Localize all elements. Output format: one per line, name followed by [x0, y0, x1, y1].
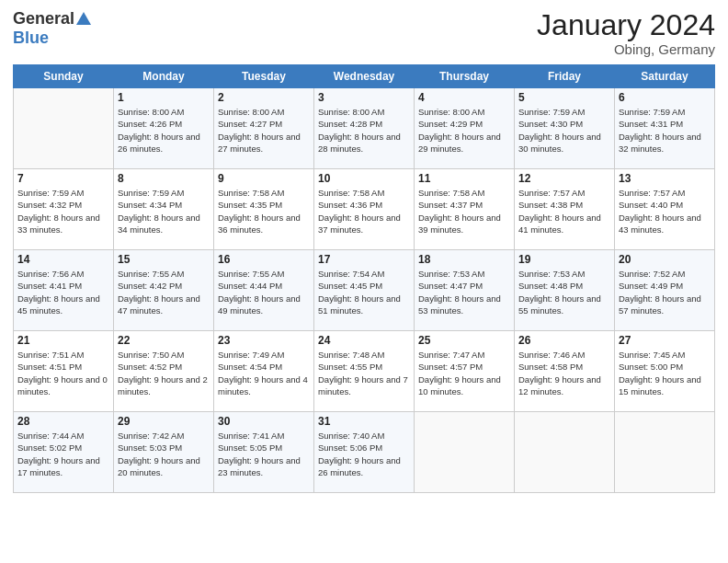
calendar-table: SundayMondayTuesdayWednesdayThursdayFrid…	[13, 64, 715, 493]
day-cell: 26Sunrise: 7:46 AMSunset: 4:58 PMDayligh…	[515, 331, 615, 412]
day-cell	[615, 412, 715, 493]
day-info: Sunrise: 7:55 AMSunset: 4:44 PMDaylight:…	[218, 268, 310, 316]
day-number: 29	[118, 415, 210, 428]
day-info: Sunrise: 7:51 AMSunset: 4:51 PMDaylight:…	[17, 349, 109, 397]
main-title: January 2024	[537, 9, 715, 41]
header-cell-sunday: Sunday	[14, 65, 114, 88]
day-info: Sunrise: 7:48 AMSunset: 4:55 PMDaylight:…	[318, 349, 410, 397]
header-cell-wednesday: Wednesday	[314, 65, 415, 88]
day-info: Sunrise: 7:55 AMSunset: 4:42 PMDaylight:…	[118, 268, 210, 316]
day-cell: 3Sunrise: 8:00 AMSunset: 4:28 PMDaylight…	[314, 88, 415, 169]
day-cell: 22Sunrise: 7:50 AMSunset: 4:52 PMDayligh…	[114, 331, 214, 412]
day-number: 16	[218, 253, 310, 266]
day-info: Sunrise: 7:52 AMSunset: 4:49 PMDaylight:…	[619, 268, 711, 316]
day-info: Sunrise: 8:00 AMSunset: 4:26 PMDaylight:…	[118, 106, 210, 155]
day-number: 28	[17, 415, 109, 428]
day-cell: 28Sunrise: 7:44 AMSunset: 5:02 PMDayligh…	[14, 412, 114, 493]
logo-triangle-icon	[75, 10, 92, 27]
day-info: Sunrise: 8:00 AMSunset: 4:28 PMDaylight:…	[318, 106, 410, 155]
day-info: Sunrise: 7:57 AMSunset: 4:38 PMDaylight:…	[518, 187, 610, 236]
day-cell: 23Sunrise: 7:49 AMSunset: 4:54 PMDayligh…	[214, 331, 314, 412]
subtitle: Obing, Germany	[537, 41, 715, 57]
day-number: 25	[418, 334, 510, 347]
page: General Blue January 2024 Obing, Germany…	[0, 0, 728, 563]
day-number: 4	[418, 91, 510, 104]
day-cell: 2Sunrise: 8:00 AMSunset: 4:27 PMDaylight…	[214, 88, 314, 169]
week-row-1: 1Sunrise: 8:00 AMSunset: 4:26 PMDaylight…	[14, 88, 715, 169]
day-info: Sunrise: 8:00 AMSunset: 4:27 PMDaylight:…	[218, 106, 310, 155]
day-number: 12	[518, 172, 610, 185]
day-info: Sunrise: 7:42 AMSunset: 5:03 PMDaylight:…	[118, 430, 210, 478]
day-cell: 25Sunrise: 7:47 AMSunset: 4:57 PMDayligh…	[415, 331, 515, 412]
day-info: Sunrise: 7:58 AMSunset: 4:37 PMDaylight:…	[418, 187, 510, 236]
day-info: Sunrise: 7:59 AMSunset: 4:34 PMDaylight:…	[118, 187, 210, 236]
day-cell: 1Sunrise: 8:00 AMSunset: 4:26 PMDaylight…	[114, 88, 214, 169]
title-block: January 2024 Obing, Germany	[537, 9, 715, 57]
day-info: Sunrise: 7:50 AMSunset: 4:52 PMDaylight:…	[118, 349, 210, 397]
week-row-5: 28Sunrise: 7:44 AMSunset: 5:02 PMDayligh…	[14, 412, 715, 493]
day-cell: 17Sunrise: 7:54 AMSunset: 4:45 PMDayligh…	[314, 250, 415, 331]
logo-blue-text: Blue	[13, 29, 49, 48]
logo-general-text: General	[13, 9, 74, 29]
day-number: 20	[619, 253, 711, 266]
day-number: 30	[218, 415, 310, 428]
day-cell	[515, 412, 615, 493]
day-number: 21	[17, 334, 109, 347]
day-number: 22	[118, 334, 210, 347]
day-number: 1	[118, 91, 210, 104]
day-number: 26	[518, 334, 610, 347]
day-cell: 27Sunrise: 7:45 AMSunset: 5:00 PMDayligh…	[615, 331, 715, 412]
day-cell	[14, 88, 114, 169]
day-number: 2	[218, 91, 310, 104]
day-cell: 7Sunrise: 7:59 AMSunset: 4:32 PMDaylight…	[14, 169, 114, 250]
header-cell-saturday: Saturday	[615, 65, 715, 88]
day-number: 5	[518, 91, 610, 104]
day-cell: 4Sunrise: 8:00 AMSunset: 4:29 PMDaylight…	[415, 88, 515, 169]
day-cell: 18Sunrise: 7:53 AMSunset: 4:47 PMDayligh…	[415, 250, 515, 331]
day-cell: 8Sunrise: 7:59 AMSunset: 4:34 PMDaylight…	[114, 169, 214, 250]
header-cell-tuesday: Tuesday	[214, 65, 314, 88]
day-info: Sunrise: 7:59 AMSunset: 4:31 PMDaylight:…	[619, 106, 711, 155]
day-number: 6	[619, 91, 711, 104]
day-number: 15	[118, 253, 210, 266]
header-cell-monday: Monday	[114, 65, 214, 88]
day-cell: 20Sunrise: 7:52 AMSunset: 4:49 PMDayligh…	[615, 250, 715, 331]
day-number: 7	[17, 172, 109, 185]
logo: General Blue	[13, 9, 92, 48]
day-cell: 31Sunrise: 7:40 AMSunset: 5:06 PMDayligh…	[314, 412, 415, 493]
day-cell: 24Sunrise: 7:48 AMSunset: 4:55 PMDayligh…	[314, 331, 415, 412]
day-cell: 29Sunrise: 7:42 AMSunset: 5:03 PMDayligh…	[114, 412, 214, 493]
day-cell: 5Sunrise: 7:59 AMSunset: 4:30 PMDaylight…	[515, 88, 615, 169]
day-info: Sunrise: 7:46 AMSunset: 4:58 PMDaylight:…	[518, 349, 610, 397]
day-info: Sunrise: 7:49 AMSunset: 4:54 PMDaylight:…	[218, 349, 310, 397]
day-cell: 12Sunrise: 7:57 AMSunset: 4:38 PMDayligh…	[515, 169, 615, 250]
calendar-body: 1Sunrise: 8:00 AMSunset: 4:26 PMDaylight…	[14, 88, 715, 493]
day-info: Sunrise: 7:53 AMSunset: 4:47 PMDaylight:…	[418, 268, 510, 316]
day-info: Sunrise: 7:58 AMSunset: 4:35 PMDaylight:…	[218, 187, 310, 236]
week-row-2: 7Sunrise: 7:59 AMSunset: 4:32 PMDaylight…	[14, 169, 715, 250]
day-number: 8	[118, 172, 210, 185]
day-cell: 19Sunrise: 7:53 AMSunset: 4:48 PMDayligh…	[515, 250, 615, 331]
day-cell: 13Sunrise: 7:57 AMSunset: 4:40 PMDayligh…	[615, 169, 715, 250]
day-number: 17	[318, 253, 410, 266]
day-number: 13	[619, 172, 711, 185]
day-info: Sunrise: 7:59 AMSunset: 4:32 PMDaylight:…	[17, 187, 109, 236]
day-info: Sunrise: 7:41 AMSunset: 5:05 PMDaylight:…	[218, 430, 310, 478]
day-info: Sunrise: 7:40 AMSunset: 5:06 PMDaylight:…	[318, 430, 410, 478]
day-cell: 9Sunrise: 7:58 AMSunset: 4:35 PMDaylight…	[214, 169, 314, 250]
week-row-4: 21Sunrise: 7:51 AMSunset: 4:51 PMDayligh…	[14, 331, 715, 412]
day-info: Sunrise: 7:58 AMSunset: 4:36 PMDaylight:…	[318, 187, 410, 236]
day-info: Sunrise: 7:53 AMSunset: 4:48 PMDaylight:…	[518, 268, 610, 316]
day-number: 23	[218, 334, 310, 347]
day-info: Sunrise: 7:59 AMSunset: 4:30 PMDaylight:…	[518, 106, 610, 155]
day-number: 11	[418, 172, 510, 185]
day-number: 31	[318, 415, 410, 428]
day-number: 14	[17, 253, 109, 266]
day-cell: 30Sunrise: 7:41 AMSunset: 5:05 PMDayligh…	[214, 412, 314, 493]
day-info: Sunrise: 7:56 AMSunset: 4:41 PMDaylight:…	[17, 268, 109, 316]
day-cell: 11Sunrise: 7:58 AMSunset: 4:37 PMDayligh…	[415, 169, 515, 250]
header-cell-thursday: Thursday	[415, 65, 515, 88]
day-info: Sunrise: 8:00 AMSunset: 4:29 PMDaylight:…	[418, 106, 510, 155]
day-cell: 21Sunrise: 7:51 AMSunset: 4:51 PMDayligh…	[14, 331, 114, 412]
day-cell: 10Sunrise: 7:58 AMSunset: 4:36 PMDayligh…	[314, 169, 415, 250]
